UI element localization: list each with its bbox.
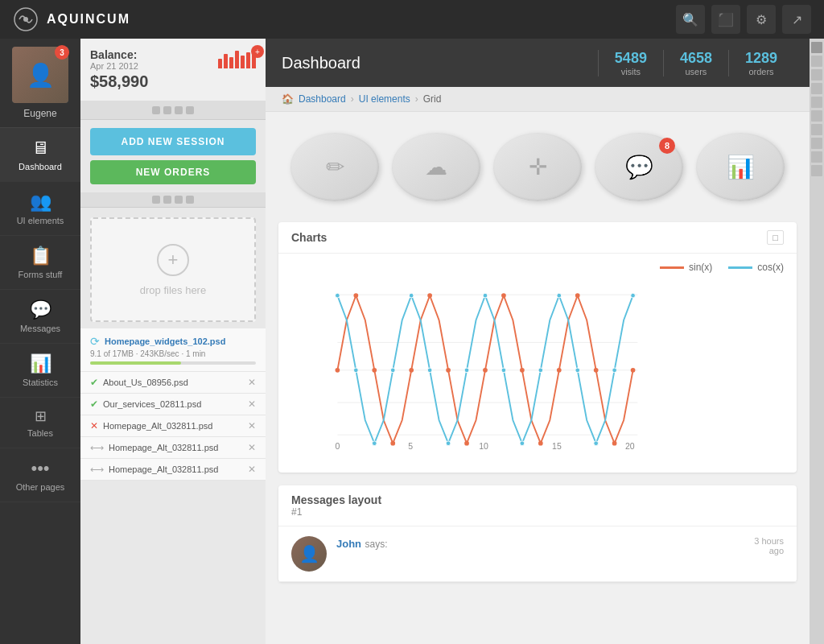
tab-row-1 — [80, 101, 266, 120]
cos-dot — [409, 293, 414, 298]
file-remove-button[interactable]: ✕ — [248, 464, 256, 475]
tab-dot[interactable] — [163, 106, 171, 114]
right-panel-item[interactable] — [811, 110, 822, 122]
stat-visits-num: 5489 — [615, 50, 647, 67]
add-session-button[interactable]: ADD NEW SESSION — [90, 128, 256, 155]
messages-title: Messages layout — [291, 493, 784, 506]
messages-icon: 💬 — [30, 299, 52, 320]
tab-dot[interactable] — [152, 106, 160, 114]
file-status-pending-icon: ⟷ — [90, 464, 104, 475]
monitor-icon[interactable]: ⬛ — [711, 5, 740, 34]
main-content: Dashboard 5489 visits 4658 users 1289 or… — [266, 39, 810, 644]
tab-dot[interactable] — [175, 106, 183, 114]
right-panel-item[interactable] — [811, 56, 822, 67]
legend-sin-label: sin(x) — [689, 262, 712, 273]
progress-fill — [90, 361, 181, 365]
file-remove-button[interactable]: ✕ — [248, 398, 256, 410]
cos-dot — [427, 368, 432, 373]
notification-badge: 3 — [55, 45, 69, 60]
sidebar-nav: 🖥 Dashboard 👥 UI elements 📋 Forms stuff … — [0, 128, 80, 644]
sidebar-item-label: Dashboard — [19, 162, 62, 171]
cos-dot — [353, 368, 358, 373]
sidebar-item-statistics[interactable]: 📊 Statistics — [0, 344, 80, 398]
balance-plus-badge: + — [251, 45, 264, 58]
right-panel-item[interactable] — [811, 42, 822, 53]
message-content: John says: 3 hours ago — [336, 536, 784, 572]
sidebar-item-dashboard[interactable]: 🖥 Dashboard — [0, 128, 80, 182]
forms-icon: 📋 — [30, 246, 52, 266]
icon-btn-bar-chart[interactable]: 📊 — [696, 133, 785, 201]
right-panel-item[interactable] — [811, 151, 822, 163]
gear-icon[interactable]: ⚙ — [747, 5, 776, 34]
cos-dot — [520, 441, 525, 446]
tab-dot[interactable] — [186, 196, 194, 204]
list-item: ✔ About_Us_08956.psd ✕ — [80, 372, 266, 394]
icon-btn-edit[interactable]: ✏ — [290, 133, 379, 201]
charts-expand-button[interactable]: □ — [767, 230, 784, 245]
balance-header: Balance: Apr 21 2012 $58,990 + — [80, 39, 266, 101]
cloud-icon: ☁ — [425, 154, 447, 180]
message-author: John — [336, 538, 361, 550]
file-remove-button[interactable]: ✕ — [248, 377, 256, 388]
right-panel-item[interactable] — [811, 69, 822, 80]
file-meta: 9.1 of 17MB · 243KB/sec · 1 min — [90, 349, 256, 358]
sidebar-item-messages[interactable]: 💬 Messages — [0, 290, 80, 344]
sidebar-item-other[interactable]: ••• Other pages — [0, 448, 80, 502]
tab-dot[interactable] — [163, 196, 171, 204]
sin-dot — [353, 293, 358, 298]
drop-plus-icon: + — [157, 244, 189, 276]
file-remove-button[interactable]: ✕ — [248, 420, 256, 431]
new-orders-button[interactable]: NEW ORDERS — [90, 160, 256, 184]
drop-zone[interactable]: + drop files here — [90, 217, 256, 322]
file-remove-button[interactable]: ✕ — [248, 442, 256, 453]
sidebar-item-forms[interactable]: 📋 Forms stuff — [0, 236, 80, 290]
sin-dot — [372, 368, 377, 373]
bar-chart-icon: 📊 — [727, 154, 755, 180]
messages-subtitle: #1 — [291, 506, 784, 518]
bar-2 — [224, 54, 228, 68]
breadcrumb-home-icon: 🏠 — [282, 93, 294, 105]
tab-dot[interactable] — [175, 196, 183, 204]
right-panel-item[interactable] — [811, 97, 822, 108]
tab-dot[interactable] — [152, 196, 160, 204]
sin-dot — [557, 368, 562, 373]
cos-dot — [575, 368, 580, 373]
sidebar-item-ui-elements[interactable]: 👥 UI elements — [0, 182, 80, 236]
right-panel-item[interactable] — [811, 124, 822, 135]
chat-badge: 8 — [659, 138, 675, 154]
sin-dot — [594, 368, 599, 373]
plus-icon: ✛ — [529, 154, 547, 180]
sidebar-item-tables[interactable]: ⊞ Tables — [0, 398, 80, 448]
search-icon[interactable]: 🔍 — [676, 5, 705, 34]
icon-btn-cloud[interactable]: ☁ — [392, 133, 480, 201]
tab-dot[interactable] — [186, 106, 194, 114]
top-nav: AQUINCUM 🔍 ⬛ ⚙ ↗ — [0, 0, 824, 39]
svg-text:15: 15 — [552, 441, 562, 451]
username: Eugene — [23, 108, 56, 119]
cos-dot — [594, 441, 599, 446]
stat-orders-label: orders — [745, 67, 777, 76]
breadcrumb-ui-elements[interactable]: UI elements — [359, 93, 410, 105]
charts-title: Charts — [291, 231, 327, 244]
message-author-area: John says: — [336, 536, 388, 551]
cos-dot — [446, 441, 451, 446]
right-panel-item[interactable] — [811, 138, 822, 149]
message-time: 3 hours ago — [754, 536, 784, 555]
sin-dot — [464, 441, 469, 446]
tables-icon: ⊞ — [35, 407, 47, 425]
file-status-error-icon: ✕ — [90, 420, 98, 431]
icon-buttons-row: ✏ ☁ ✛ 💬 8 📊 — [278, 125, 797, 209]
balance-label: Balance: — [90, 48, 148, 61]
breadcrumb-dashboard[interactable]: Dashboard — [299, 93, 346, 105]
share-icon[interactable]: ↗ — [782, 5, 811, 34]
middle-panel: Balance: Apr 21 2012 $58,990 + — [80, 39, 266, 644]
stat-users-num: 4658 — [680, 50, 712, 67]
icon-btn-chat[interactable]: 💬 8 — [595, 133, 683, 201]
chart-legend: sin(x) cos(x) — [291, 262, 784, 273]
sin-dot — [427, 293, 432, 298]
progress-bar — [90, 361, 256, 365]
main-layout: 👤 3 Eugene 🖥 Dashboard 👥 UI elements 📋 F… — [0, 39, 824, 644]
right-panel-item[interactable] — [811, 165, 822, 176]
right-panel-item[interactable] — [811, 83, 822, 94]
icon-btn-plus[interactable]: ✛ — [493, 133, 582, 201]
